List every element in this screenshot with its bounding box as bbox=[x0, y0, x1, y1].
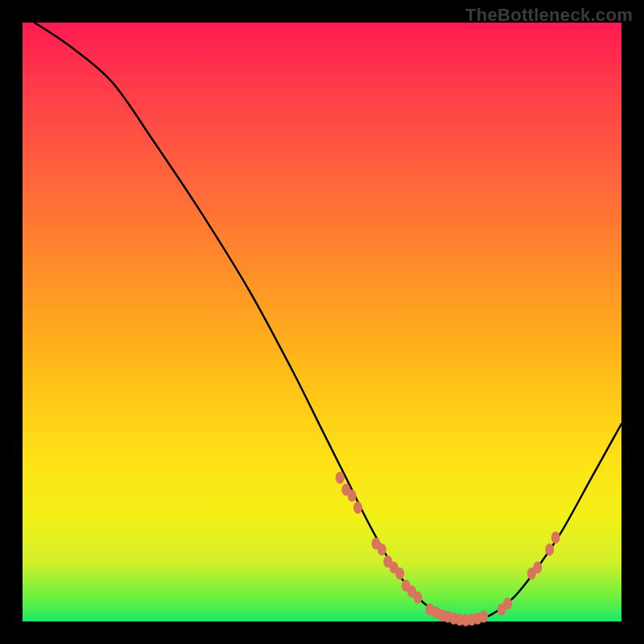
data-marker bbox=[353, 502, 362, 514]
data-marker bbox=[336, 472, 345, 484]
chart-frame: TheBottleneck.com bbox=[0, 0, 644, 644]
data-marker bbox=[551, 531, 560, 543]
data-marker bbox=[414, 592, 423, 604]
data-markers bbox=[336, 472, 560, 626]
curve-svg bbox=[23, 23, 621, 621]
data-marker bbox=[479, 611, 488, 623]
bottleneck-curve bbox=[35, 23, 621, 621]
data-marker bbox=[533, 562, 542, 574]
data-marker bbox=[348, 489, 357, 502]
plot-area bbox=[23, 23, 621, 621]
data-marker bbox=[395, 568, 404, 580]
data-marker bbox=[378, 543, 386, 555]
data-marker bbox=[545, 543, 554, 555]
data-marker bbox=[503, 597, 512, 609]
